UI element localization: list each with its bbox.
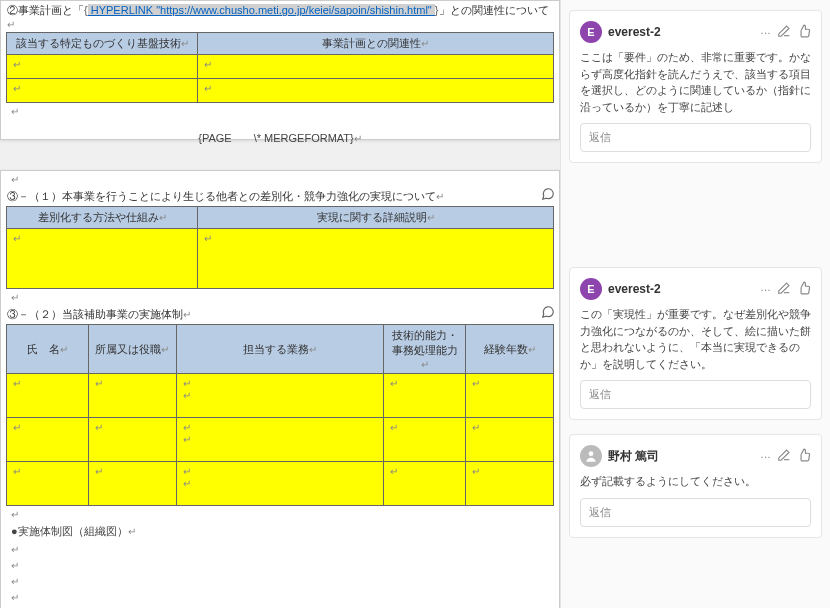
table-cell[interactable]: ↵ (89, 418, 177, 462)
comment-author: everest-2 (608, 282, 754, 296)
hyperlink[interactable]: HYPERLINK "https://www.chusho.meti.go.jp… (88, 4, 435, 16)
more-icon[interactable]: … (760, 281, 771, 297)
table-cell[interactable]: ↵ (384, 374, 466, 418)
page-number-field: {PAGE \* MERGEFORMAT}↵ (1, 131, 559, 146)
table-cell[interactable]: ↵ (198, 55, 554, 79)
th-tech: 該当する特定ものづくり基盤技術↵ (7, 33, 198, 55)
comment-card[interactable]: 野村 篤司 … 必ず記載するようにしてください。 返信 (569, 434, 822, 538)
section-2-title: ②事業計画と「{ HYPERLINK "https://www.chusho.m… (1, 1, 559, 32)
edit-icon[interactable] (777, 281, 791, 297)
comment-author: 野村 篤司 (608, 448, 754, 465)
table-cell[interactable]: ↵ (198, 229, 554, 289)
th-method: 差別化する方法や仕組み↵ (7, 207, 198, 229)
table-cell[interactable]: ↵↵ (176, 462, 384, 506)
edit-icon[interactable] (777, 448, 791, 464)
table-cell[interactable]: ↵ (7, 79, 198, 103)
document-area: ②事業計画と「{ HYPERLINK "https://www.chusho.m… (0, 0, 560, 608)
table-cell[interactable]: ↵ (89, 462, 177, 506)
table-cell[interactable]: ↵ (7, 229, 198, 289)
table-cell[interactable]: ↵ (384, 418, 466, 462)
comment-text: 必ず記載するようにしてください。 (580, 473, 811, 490)
th-ability: 技術的能力・事務処理能力↵ (384, 325, 466, 374)
table-cell[interactable]: ↵↵ (176, 374, 384, 418)
page-2: ↵ ③－（１）本事業を行うことにより生じる他者との差別化・競争力強化の実現につい… (0, 170, 560, 608)
avatar (580, 445, 602, 467)
table-section-3-1: 差別化する方法や仕組み↵ 実現に関する詳細説明↵ ↵↵ (6, 206, 554, 289)
org-chart-label: ●実施体制図（組織図）↵ (1, 522, 559, 541)
table-cell[interactable]: ↵ (198, 79, 554, 103)
reply-input[interactable]: 返信 (580, 123, 811, 152)
table-cell[interactable]: ↵ (7, 418, 89, 462)
comment-card[interactable]: E everest-2 … ここは「要件」のため、非常に重要です。かならず高度化… (569, 10, 822, 163)
table-cell[interactable]: ↵↵ (176, 418, 384, 462)
th-name: 氏 名↵ (7, 325, 89, 374)
more-icon[interactable]: … (760, 24, 771, 40)
th-detail: 実現に関する詳細説明↵ (198, 207, 554, 229)
avatar: E (580, 21, 602, 43)
table-cell[interactable]: ↵ (89, 374, 177, 418)
section-3-2-title: ③－（２）当該補助事業の実施体制↵ (1, 305, 559, 324)
svg-point-0 (589, 451, 594, 456)
table-cell[interactable]: ↵ (7, 55, 198, 79)
paragraph-mark: ↵ (1, 103, 559, 119)
table-cell[interactable]: ↵ (466, 374, 554, 418)
like-icon[interactable] (797, 281, 811, 297)
section-3-1-title: ③－（１）本事業を行うことにより生じる他者との差別化・競争力強化の実現について↵ (1, 187, 559, 206)
comment-card[interactable]: E everest-2 … この「実現性」が重要です。なぜ差別化や競争力強化につ… (569, 267, 822, 420)
more-icon[interactable]: … (760, 448, 771, 464)
table-cell[interactable]: ↵ (466, 418, 554, 462)
title-prefix: ②事業計画と「 (7, 4, 84, 16)
th-years: 経験年数↵ (466, 325, 554, 374)
table-section-3-2: 氏 名↵ 所属又は役職↵ 担当する業務↵ 技術的能力・事務処理能力↵ 経験年数↵… (6, 324, 554, 506)
title-suffix: 」との関連性について (439, 4, 549, 16)
edit-icon[interactable] (777, 24, 791, 40)
comment-marker-icon[interactable] (541, 187, 555, 201)
comment-author: everest-2 (608, 25, 754, 39)
table-section-2: 該当する特定ものづくり基盤技術↵ 事業計画との関連性↵ ↵↵ ↵↵ (6, 32, 554, 103)
comments-panel: E everest-2 … ここは「要件」のため、非常に重要です。かならず高度化… (560, 0, 830, 608)
table-cell[interactable]: ↵ (466, 462, 554, 506)
comment-text: ここは「要件」のため、非常に重要です。かならず高度化指針を読んだうえで、該当する… (580, 49, 811, 115)
reply-input[interactable]: 返信 (580, 498, 811, 527)
table-cell[interactable]: ↵ (384, 462, 466, 506)
avatar: E (580, 278, 602, 300)
page-1: ②事業計画と「{ HYPERLINK "https://www.chusho.m… (0, 0, 560, 140)
reply-input[interactable]: 返信 (580, 380, 811, 409)
th-position: 所属又は役職↵ (89, 325, 177, 374)
th-relation: 事業計画との関連性↵ (198, 33, 554, 55)
table-cell[interactable]: ↵ (7, 462, 89, 506)
table-cell[interactable]: ↵ (7, 374, 89, 418)
comment-text: この「実現性」が重要です。なぜ差別化や競争力強化につながるのか、そして、絵に描い… (580, 306, 811, 372)
like-icon[interactable] (797, 448, 811, 464)
comment-marker-icon[interactable] (541, 305, 555, 319)
like-icon[interactable] (797, 24, 811, 40)
th-task: 担当する業務↵ (176, 325, 384, 374)
